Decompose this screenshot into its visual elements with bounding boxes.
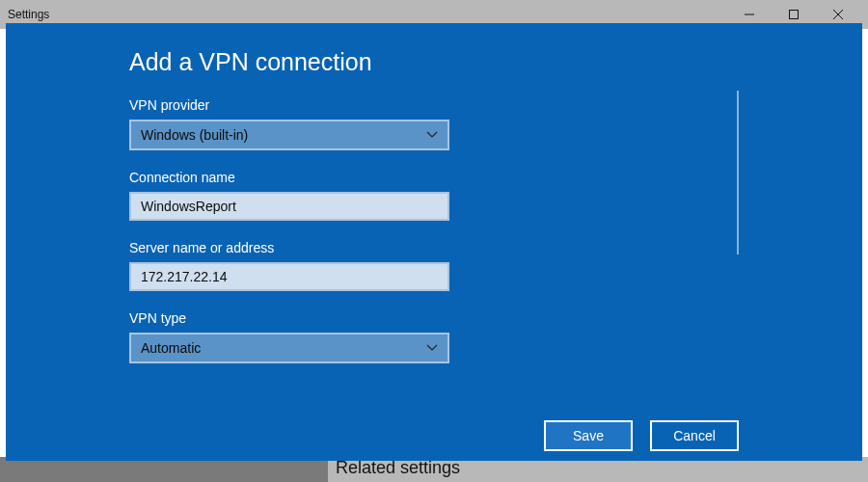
svg-rect-0: [790, 11, 799, 19]
save-button[interactable]: Save: [544, 420, 633, 451]
vpn-type-select[interactable]: Automatic: [129, 333, 449, 363]
field-server: Server name or address: [129, 240, 739, 291]
add-vpn-dialog: Add a VPN connection VPN provider Window…: [6, 23, 862, 461]
vpn-provider-value: Windows (built-in): [141, 127, 248, 143]
vpn-type-value: Automatic: [141, 340, 201, 356]
dialog-footer: Save Cancel: [6, 411, 862, 461]
window-title: Settings: [8, 8, 727, 21]
vpn-type-label: VPN type: [129, 310, 739, 326]
connection-name-label: Connection name: [129, 170, 739, 185]
field-vpn-type: VPN type Automatic: [129, 310, 739, 363]
chevron-down-icon: [426, 344, 438, 352]
server-label: Server name or address: [129, 240, 739, 255]
save-button-label: Save: [573, 428, 604, 443]
connection-name-input[interactable]: [129, 192, 449, 221]
field-connection-name: Connection name: [129, 170, 739, 221]
field-vpn-provider: VPN provider Windows (built-in): [129, 97, 739, 150]
vpn-provider-select[interactable]: Windows (built-in): [129, 120, 449, 150]
close-icon: [833, 10, 843, 19]
cancel-button-label: Cancel: [673, 428, 716, 443]
settings-window: Settings Related settings Add a VPN conn…: [0, 0, 868, 482]
scroll-indicator[interactable]: [737, 91, 739, 254]
dialog-title: Add a VPN connection: [129, 48, 739, 76]
related-settings-heading: Related settings: [336, 458, 460, 478]
maximize-icon: [789, 10, 799, 19]
server-input[interactable]: [129, 262, 449, 291]
vpn-provider-label: VPN provider: [129, 97, 739, 113]
chevron-down-icon: [426, 131, 438, 139]
minimize-icon: [745, 10, 754, 19]
cancel-button[interactable]: Cancel: [650, 420, 739, 451]
